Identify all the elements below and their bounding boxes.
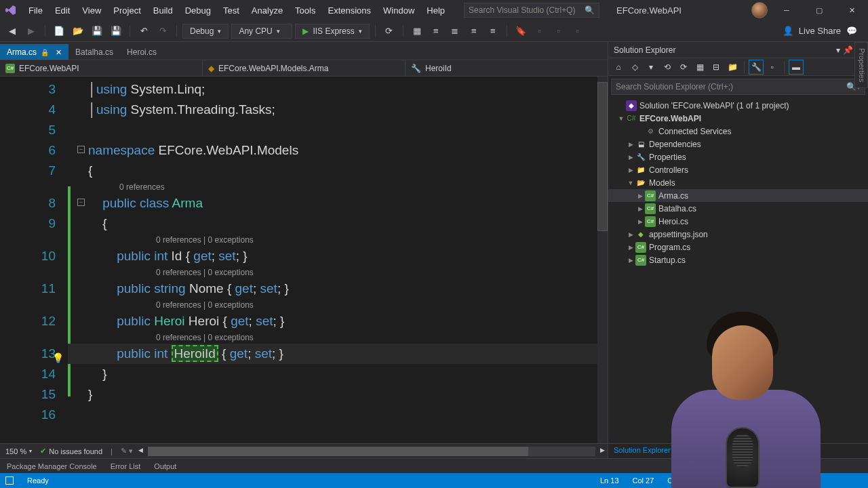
- status-line[interactable]: Ln 13: [600, 476, 619, 485]
- undo-button[interactable]: ↶: [136, 23, 152, 39]
- codelens[interactable]: 0 references | 0 exceptions: [68, 266, 608, 279]
- refresh-button[interactable]: ⟳: [381, 23, 397, 39]
- new-project-button[interactable]: 📄: [51, 23, 67, 39]
- solution-explorer-tab[interactable]: Solution Explorer: [608, 443, 868, 458]
- stb-last[interactable]: ▬: [789, 60, 804, 75]
- refresh-button[interactable]: ⟳: [676, 60, 691, 75]
- codelens[interactable]: 0 references | 0 exceptions: [68, 299, 608, 311]
- menu-help[interactable]: Help: [421, 3, 450, 18]
- bt-error-list[interactable]: Error List: [104, 460, 148, 472]
- menu-file[interactable]: File: [23, 3, 48, 18]
- tab-heroi[interactable]: Heroi.cs: [120, 44, 163, 60]
- tb-icon-4[interactable]: ≡: [466, 23, 482, 39]
- collapse-button[interactable]: ⊟: [709, 60, 724, 75]
- run-button[interactable]: ▶IIS Express▾: [295, 24, 369, 39]
- tb-icon-5[interactable]: ≡: [485, 23, 501, 39]
- close-icon[interactable]: ✕: [56, 48, 62, 57]
- open-button[interactable]: 📂: [70, 23, 86, 39]
- menu-window[interactable]: Window: [378, 3, 420, 18]
- save-all-button[interactable]: 💾: [108, 23, 124, 39]
- properties-button[interactable]: 🔧: [749, 60, 764, 75]
- status-ins[interactable]: INS: [701, 476, 713, 485]
- tree-program-cs[interactable]: C#Program.cs: [608, 241, 868, 253]
- status-col[interactable]: Col 27: [633, 476, 654, 485]
- editor-tabs: Arma.cs 🔒 ✕ Batalha.cs Heroi.cs: [0, 42, 608, 60]
- menu-view[interactable]: View: [77, 3, 106, 18]
- bc-member[interactable]: 🔧HeroiId: [406, 60, 608, 76]
- breadcrumb: C#EFCore.WebAPI ◆EFCore.WebAPI.Models.Ar…: [0, 60, 608, 77]
- preview-button[interactable]: ▫: [765, 60, 780, 75]
- avatar[interactable]: [751, 2, 768, 18]
- tb-icon-8[interactable]: ▫: [570, 23, 586, 39]
- redo-button[interactable]: ↷: [155, 23, 171, 39]
- menu-edit[interactable]: Edit: [50, 3, 75, 18]
- sync-button[interactable]: ⟲: [660, 60, 675, 75]
- horizontal-scrollbar[interactable]: ◀▶: [148, 447, 595, 456]
- codelens[interactable]: 0 references | 0 exceptions: [68, 331, 608, 344]
- stb-3[interactable]: ▾: [644, 60, 658, 75]
- menu-analyze[interactable]: Analyze: [246, 3, 288, 18]
- vtab-properties[interactable]: Properties: [854, 42, 868, 88]
- codelens[interactable]: 0 references | 0 exceptions: [68, 234, 608, 246]
- search-input[interactable]: Search Visual Studio (Ctrl+Q) 🔍: [464, 3, 599, 18]
- tab-arma[interactable]: Arma.cs 🔒 ✕: [0, 44, 68, 60]
- nav-forward-button[interactable]: ▶: [23, 23, 39, 39]
- tb-icon-7[interactable]: ▫: [551, 23, 567, 39]
- menu-extensions[interactable]: Extensions: [322, 3, 376, 18]
- tree-solution[interactable]: ◆Solution 'EFCore.WebAPI' (1 of 1 projec…: [608, 99, 868, 112]
- menu-tools[interactable]: Tools: [290, 3, 321, 18]
- solution-search-input[interactable]: Search Solution Explorer (Ctrl+;) 🔍▾: [611, 79, 865, 95]
- fold-button[interactable]: −: [77, 199, 85, 206]
- tree-models[interactable]: 📂Models: [608, 176, 868, 189]
- tree-arma-cs[interactable]: C#Arma.cs: [608, 189, 868, 202]
- vertical-scrollbar[interactable]: [597, 77, 608, 443]
- home-button[interactable]: ⌂: [611, 60, 626, 75]
- pin-icon[interactable]: 📌: [843, 45, 853, 55]
- tree-dependencies[interactable]: ⬓Dependencies: [608, 138, 868, 150]
- close-button[interactable]: ✕: [838, 0, 865, 20]
- tree-controllers[interactable]: 📁Controllers: [608, 163, 868, 176]
- zoom-dropdown[interactable]: 150 %: [5, 447, 32, 455]
- code-editor[interactable]: 3 4 5 6 7 8 9 10 11 12 13💡 14 15 16: [0, 77, 608, 443]
- bt-package-manager[interactable]: Package Manager Console: [0, 460, 104, 472]
- tree-appsettings[interactable]: ◆appsettings.json: [608, 228, 868, 241]
- tree-startup-cs[interactable]: C#Startup.cs: [608, 253, 868, 266]
- minimize-button[interactable]: ─: [773, 0, 800, 20]
- maximize-button[interactable]: ▢: [806, 0, 833, 20]
- menu-test[interactable]: Test: [218, 3, 245, 18]
- tree-heroi-cs[interactable]: C#Heroi.cs: [608, 215, 868, 228]
- config-dropdown[interactable]: Debug: [182, 24, 229, 39]
- issues-badge[interactable]: ✔No issues found: [40, 447, 102, 455]
- tb-icon-2[interactable]: ≡: [428, 23, 444, 39]
- bc-class[interactable]: ◆EFCore.WebAPI.Models.Arma: [203, 60, 406, 76]
- menu-project[interactable]: Project: [108, 3, 146, 18]
- live-share-button[interactable]: Live Share: [799, 26, 841, 36]
- save-button[interactable]: 💾: [89, 23, 105, 39]
- menu-build[interactable]: Build: [148, 3, 178, 18]
- bc-project[interactable]: C#EFCore.WebAPI: [0, 60, 203, 76]
- lock-icon: 🔒: [41, 49, 49, 56]
- fold-button[interactable]: −: [77, 146, 85, 153]
- platform-dropdown[interactable]: Any CPU: [231, 24, 292, 39]
- bookmark-button[interactable]: 🔖: [513, 23, 529, 39]
- feedback-icon[interactable]: 💬: [846, 26, 857, 36]
- tree-project[interactable]: C#EFCore.WebAPI: [608, 112, 868, 125]
- tab-batalha[interactable]: Batalha.cs: [68, 44, 120, 60]
- tree-batalha-cs[interactable]: C#Batalha.cs: [608, 202, 868, 215]
- tree-connected-services[interactable]: ⚙Connected Services: [608, 125, 868, 138]
- tb-icon-3[interactable]: ≣: [447, 23, 463, 39]
- tb-icon-1[interactable]: ▦: [409, 23, 425, 39]
- tree-properties[interactable]: 🔧Properties: [608, 150, 868, 163]
- cs-file-icon: C#: [635, 242, 646, 253]
- stb-2[interactable]: ◇: [627, 60, 642, 75]
- show-all-button[interactable]: 📁: [725, 60, 740, 75]
- bt-output[interactable]: Output: [147, 460, 183, 472]
- codelens[interactable]: 0 references: [68, 181, 608, 193]
- dropdown-icon[interactable]: ▾: [836, 45, 840, 55]
- nav-back-button[interactable]: ◀: [4, 23, 20, 39]
- menu-debug[interactable]: Debug: [180, 3, 216, 18]
- json-icon: ◆: [635, 229, 646, 240]
- status-ch[interactable]: Ch 27: [667, 476, 687, 485]
- stb-6[interactable]: ▦: [692, 60, 707, 75]
- tb-icon-6[interactable]: ▫: [532, 23, 548, 39]
